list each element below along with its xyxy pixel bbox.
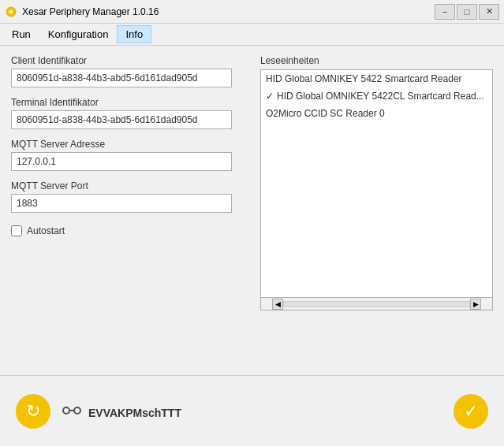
- main-content: Client Identifikator Terminal Identifika…: [0, 46, 504, 375]
- listbox-item-3[interactable]: O2Micro CCID SC Reader 0: [261, 105, 492, 122]
- window-controls[interactable]: − □ ✕: [435, 4, 499, 20]
- autostart-checkbox[interactable]: [11, 225, 22, 236]
- client-id-input[interactable]: [11, 69, 232, 87]
- app-title: Xesar Periphery Manager 1.0.16: [22, 6, 159, 17]
- listbox-empty-1: [261, 122, 492, 139]
- menu-item-run[interactable]: Run: [3, 25, 39, 43]
- app-icon: [5, 6, 17, 18]
- bottom-left: ↻ EVVAKPMschTTT: [16, 394, 181, 429]
- scroll-left-arrow[interactable]: ◀: [272, 299, 283, 310]
- minimize-button[interactable]: −: [435, 4, 455, 20]
- scrollbar-container: ◀ ▶: [260, 298, 493, 310]
- client-id-label: Client Identifikator: [11, 55, 248, 66]
- maximize-button[interactable]: □: [457, 4, 477, 20]
- confirm-icon: ✓: [464, 401, 478, 422]
- check-mark-2: ✓: [266, 91, 274, 102]
- listbox-empty-5: [261, 191, 492, 209]
- mqtt-port-group: MQTT Server Port: [11, 180, 248, 213]
- mqtt-port-label: MQTT Server Port: [11, 180, 248, 191]
- right-panel: Leseeinheiten HID Global OMNIKEY 5422 Sm…: [260, 55, 493, 366]
- svg-point-2: [74, 407, 80, 414]
- scrollbar-track[interactable]: [283, 301, 470, 307]
- client-id-group: Client Identifikator: [11, 55, 248, 87]
- listbox-empty-3: [261, 157, 492, 174]
- listbox-item-2[interactable]: ✓ HID Global OMNIKEY 5422CL Smartcard Re…: [261, 87, 492, 105]
- autostart-row: Autostart: [11, 225, 248, 236]
- confirm-button[interactable]: ✓: [454, 394, 488, 429]
- terminal-id-label: Terminal Identifikator: [11, 97, 248, 108]
- refresh-icon: ↻: [26, 401, 40, 422]
- bottom-bar: ↻ EVVAKPMschTTT ✓: [0, 375, 504, 446]
- logo-text: EVVAKPMschTTT: [88, 407, 181, 419]
- title-bar-left: Xesar Periphery Manager 1.0.16: [5, 6, 159, 18]
- listbox-empty-2: [261, 139, 492, 157]
- menu-bar: Run Konfiguration Info: [0, 24, 504, 46]
- terminal-id-input[interactable]: [11, 110, 232, 129]
- mqtt-adresse-input[interactable]: [11, 152, 232, 171]
- listbox-item-1[interactable]: HID Global OMNIKEY 5422 Smartcard Reader: [261, 70, 492, 87]
- mqtt-port-input[interactable]: [11, 194, 232, 213]
- close-button[interactable]: ✕: [479, 4, 499, 20]
- mqtt-adresse-group: MQTT Server Adresse: [11, 139, 248, 171]
- left-panel: Client Identifikator Terminal Identifika…: [11, 55, 248, 366]
- menu-item-konfiguration[interactable]: Konfiguration: [39, 25, 118, 43]
- listbox-empty-7: [261, 226, 492, 243]
- title-bar: Xesar Periphery Manager 1.0.16 − □ ✕: [0, 0, 504, 24]
- listbox-empty-6: [261, 209, 492, 226]
- scroll-right-arrow[interactable]: ▶: [470, 299, 481, 310]
- mqtt-adresse-label: MQTT Server Adresse: [11, 139, 248, 150]
- menu-item-info[interactable]: Info: [117, 25, 151, 43]
- svg-point-1: [63, 407, 69, 414]
- bottom-logo: EVVAKPMschTTT: [60, 402, 181, 424]
- refresh-button[interactable]: ↻: [16, 394, 50, 429]
- logo-icon: [60, 402, 84, 424]
- autostart-label: Autostart: [27, 225, 65, 236]
- listbox-empty-4: [261, 174, 492, 191]
- terminal-id-group: Terminal Identifikator: [11, 97, 248, 129]
- leseeinheiten-listbox[interactable]: HID Global OMNIKEY 5422 Smartcard Reader…: [260, 69, 493, 298]
- leseeinheiten-title: Leseeinheiten: [260, 55, 493, 66]
